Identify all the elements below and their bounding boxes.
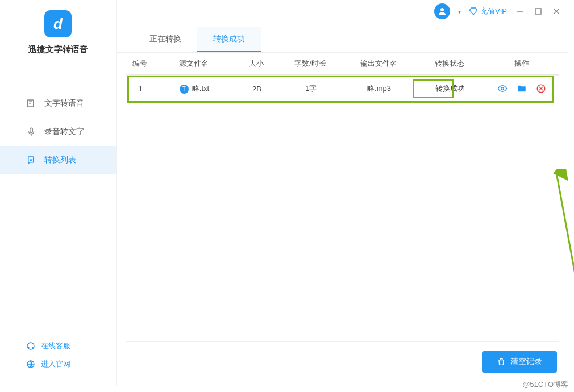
annotation-arrow (548, 169, 574, 317)
official-label: 进入官网 (41, 359, 70, 369)
sidebar: d 迅捷文字转语音 文字转语音 录音转文字 转换列表 (0, 0, 117, 386)
cell-actions (484, 84, 559, 94)
file-type-icon: T (180, 85, 189, 94)
folder-icon[interactable] (517, 84, 527, 94)
maximize-button[interactable] (533, 6, 543, 16)
clear-history-button[interactable]: 清空记录 (482, 351, 557, 373)
watermark: @51CTO博客 (520, 378, 571, 391)
cell-num: 1 (126, 85, 155, 93)
cell-count: 1字 (280, 84, 342, 94)
svg-point-2 (27, 343, 34, 349)
clear-label: 清空记录 (510, 357, 542, 367)
table-row: 1 T略.txt 2B 1字 略.mp3 转换成功 (126, 76, 559, 102)
nav-label: 文字转语音 (44, 98, 84, 109)
svg-rect-6 (535, 9, 541, 14)
svg-line-13 (556, 173, 574, 311)
cell-status: 转换成功 (416, 84, 484, 94)
minimize-button[interactable] (515, 6, 525, 16)
app-logo-icon: d (44, 10, 72, 37)
logo-area: d 迅捷文字转语音 (0, 0, 116, 61)
table-container: 1 T略.txt 2B 1字 略.mp3 转换成功 (126, 75, 559, 342)
nav-speech-to-text[interactable]: 录音转文字 (0, 118, 116, 146)
cell-size: 2B (234, 85, 280, 93)
svg-point-4 (440, 8, 444, 11)
svg-point-9 (501, 87, 504, 90)
trash-icon (497, 357, 506, 366)
th-count: 字数/时长 (279, 59, 342, 69)
tabs: 正在转换 转换成功 (117, 27, 568, 53)
nav-label: 录音转文字 (44, 127, 84, 137)
app-title: 迅捷文字转语音 (0, 44, 116, 55)
cell-source: T略.txt (155, 84, 234, 94)
diamond-icon (469, 7, 478, 16)
tab-success[interactable]: 转换成功 (197, 27, 261, 52)
preview-icon[interactable] (497, 84, 508, 94)
microphone-icon (26, 127, 36, 137)
support-label: 在线客服 (41, 341, 70, 351)
th-size: 大小 (234, 59, 279, 69)
table-header: 编号 源文件名 大小 字数/时长 输出文件名 转换状态 操作 (126, 53, 559, 75)
chevron-down-icon[interactable]: ▾ (458, 9, 461, 15)
th-status: 转换状态 (415, 59, 484, 69)
delete-icon[interactable] (536, 84, 546, 94)
list-icon (26, 155, 36, 165)
text-to-speech-icon (26, 98, 36, 109)
close-button[interactable] (551, 6, 561, 16)
nav-text-to-speech[interactable]: 文字转语音 (0, 89, 116, 118)
official-link[interactable]: 进入官网 (26, 359, 116, 369)
cell-output: 略.mp3 (342, 84, 416, 94)
vip-label: 充值VIP (480, 6, 507, 16)
th-source: 源文件名 (154, 59, 234, 69)
support-link[interactable]: 在线客服 (26, 341, 116, 351)
bottom-bar: 清空记录 (117, 342, 568, 386)
user-avatar[interactable] (434, 3, 450, 19)
sidebar-nav: 文字转语音 录音转文字 转换列表 (0, 89, 116, 333)
nav-label: 转换列表 (44, 155, 76, 165)
sidebar-footer: 在线客服 进入官网 (0, 333, 116, 386)
th-num: 编号 (126, 59, 154, 69)
nav-convert-list[interactable]: 转换列表 (0, 146, 116, 174)
tab-converting[interactable]: 正在转换 (134, 27, 197, 52)
th-output: 输出文件名 (342, 59, 415, 69)
table-area: 编号 源文件名 大小 字数/时长 输出文件名 转换状态 操作 1 T略.txt … (117, 53, 568, 342)
main-content: ▾ 充值VIP 正在转换 转换成功 编号 源文件名 大小 (117, 0, 568, 386)
svg-rect-1 (30, 128, 33, 132)
vip-link[interactable]: 充值VIP (469, 6, 507, 16)
titlebar: ▾ 充值VIP (117, 0, 568, 23)
table-body: 1 T略.txt 2B 1字 略.mp3 转换成功 (126, 76, 559, 102)
th-actions: 操作 (484, 59, 559, 69)
